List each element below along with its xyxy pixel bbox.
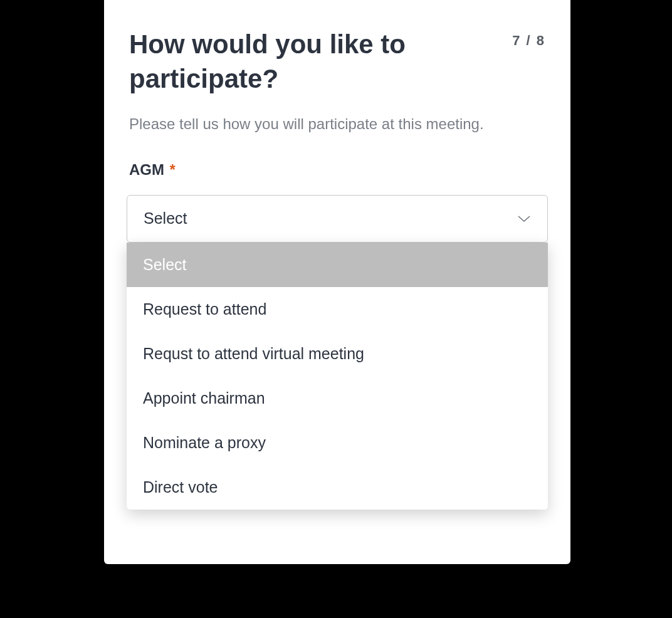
required-indicator: * bbox=[169, 161, 175, 178]
agm-dropdown: SelectRequest to attendRequst to attend … bbox=[127, 243, 548, 510]
agm-label: AGM bbox=[129, 161, 164, 178]
agm-option[interactable]: Appoint chairman bbox=[127, 376, 548, 421]
page-title: How would you like to participate? bbox=[129, 28, 455, 96]
chevron-down-icon bbox=[517, 212, 531, 226]
form-card: How would you like to participate? 7 / 8… bbox=[104, 0, 570, 564]
agm-option[interactable]: Request to attend bbox=[127, 287, 548, 332]
agm-select-wrapper: Select SelectRequest to attendRequst to … bbox=[127, 195, 548, 243]
agm-option[interactable]: Direct vote bbox=[127, 465, 548, 510]
subtitle-text: Please tell us how you will participate … bbox=[104, 96, 570, 135]
agm-select[interactable]: Select bbox=[127, 195, 548, 243]
header-row: How would you like to participate? 7 / 8 bbox=[104, 0, 570, 96]
agm-select-value: Select bbox=[144, 209, 187, 228]
agm-option[interactable]: Requst to attend virtual meeting bbox=[127, 332, 548, 376]
step-counter: 7 / 8 bbox=[512, 33, 545, 49]
agm-option[interactable]: Select bbox=[127, 243, 548, 287]
field-label-row: AGM * bbox=[104, 135, 570, 179]
agm-option[interactable]: Nominate a proxy bbox=[127, 421, 548, 465]
